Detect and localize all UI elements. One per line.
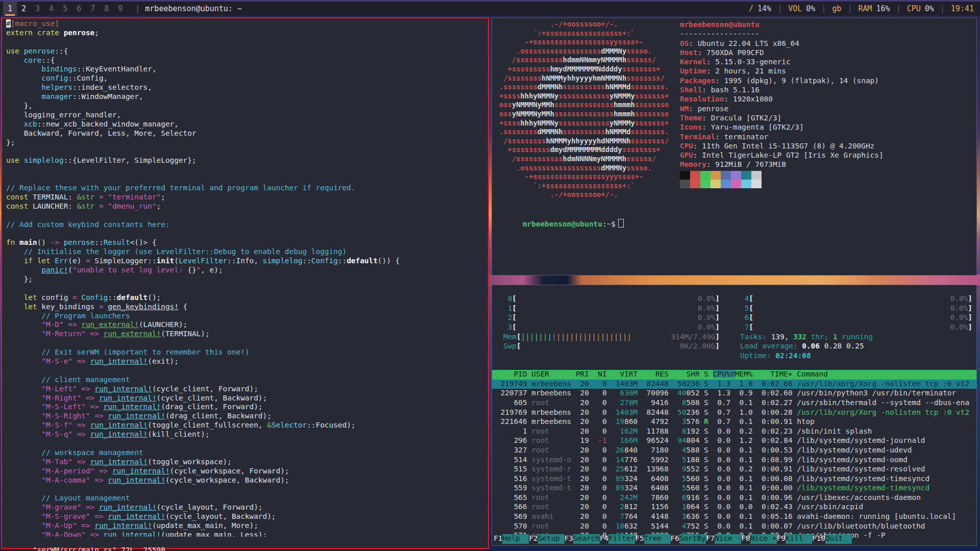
process-row[interactable]: 559 systemd-t 20 0 89324 6408 5560 S 0.0… bbox=[492, 484, 976, 493]
palette-swatch bbox=[731, 171, 741, 180]
fkey-nice-[interactable]: F7Nice - bbox=[706, 534, 741, 544]
process-row[interactable]: 515 systemd-r 20 0 25612 13968 9552 S 0.… bbox=[492, 465, 976, 474]
workspace-button-6[interactable]: 6 bbox=[72, 2, 86, 16]
process-row[interactable]: 220737 mrbeebens 20 0 636M 70096 40052 S… bbox=[492, 389, 976, 398]
code-line: // Layout management bbox=[6, 494, 488, 503]
bar-stat: | bbox=[940, 4, 945, 13]
htop-meter-line: 2[0.0%] 6[0.0%] bbox=[492, 313, 976, 322]
process-row[interactable]: 565 root 20 0 242M 7860 6916 S 0.0 0.1 0… bbox=[492, 493, 976, 503]
workspace-list: 123456789 bbox=[3, 2, 127, 16]
bar-stat: RAM bbox=[858, 4, 872, 13]
process-row[interactable]: 327 root 20 0 26840 7180 4588 S 0.0 0.1 … bbox=[492, 446, 976, 456]
code-line: "M-A-comma" => run_internal!(cycle_works… bbox=[6, 476, 488, 485]
fkey-search[interactable]: F3Search bbox=[565, 534, 600, 544]
code-line bbox=[6, 339, 488, 348]
shell-prompt[interactable]: mrbeebenson@ubuntu:~$ bbox=[496, 211, 624, 236]
bar-stat: VOL bbox=[788, 4, 802, 13]
bar-stat: gb bbox=[832, 4, 841, 13]
palette-swatch bbox=[751, 171, 762, 180]
code-line: extern crate penrose; bbox=[6, 29, 488, 38]
neofetch-info-row: Packages: 1995 (dpkg), 9 (flatpak), 14 (… bbox=[680, 76, 884, 85]
vim-statusline: "serWM/src/main.rs" 72L, 2559B 1,1 Top bbox=[6, 538, 484, 547]
code-line bbox=[6, 165, 488, 174]
code-line bbox=[6, 211, 488, 220]
focused-window-title: mrbeebenson@ubuntu: ~ bbox=[145, 4, 242, 13]
palette-swatch bbox=[710, 180, 721, 188]
code-line: #[macro_use] bbox=[6, 19, 488, 29]
code-line: // Replace these with your preferred ter… bbox=[6, 184, 488, 193]
bar-stat: 0% bbox=[806, 4, 815, 13]
code-line: // Initialise the logger (use LevelFilte… bbox=[6, 247, 488, 257]
bar-stat: | bbox=[847, 4, 852, 13]
code-line: config::Config, bbox=[6, 74, 488, 83]
code-line: }; bbox=[6, 275, 488, 284]
code-line bbox=[6, 366, 488, 375]
code-line: // workspace management bbox=[6, 448, 488, 458]
process-row[interactable]: 570 root 20 0 10632 5144 4752 S 0.0 0.1 … bbox=[492, 522, 976, 532]
process-row[interactable]: 605 root 20 0 278M 9416 8508 S 0.7 0.1 0… bbox=[492, 398, 976, 408]
status-bar: 123456789 | mrbeebenson@ubuntu: ~ /14%|V… bbox=[0, 2, 980, 16]
process-row[interactable]: 516 systemd-t 20 0 89324 6408 5560 S 0.0… bbox=[492, 474, 976, 484]
palette-swatch bbox=[741, 171, 751, 180]
palette-swatch bbox=[741, 180, 751, 188]
fkey-help[interactable]: F1Help bbox=[494, 534, 529, 544]
fkey-quit[interactable]: F10Quit bbox=[812, 534, 852, 544]
desktop: 123456789 | mrbeebenson@ubuntu: ~ /14%|V… bbox=[0, 0, 980, 551]
code-line: }; bbox=[6, 138, 488, 147]
bar-stat: | bbox=[896, 4, 901, 13]
neofetch-info-row: OS: Ubuntu 22.04 LTS x86_64 bbox=[680, 39, 884, 48]
code-area[interactable]: #[macro_use]extern crate penrose;use pen… bbox=[2, 18, 488, 537]
code-line: use simplelog::{LevelFilter, SimpleLogge… bbox=[6, 156, 488, 165]
palette-swatch bbox=[731, 180, 741, 188]
code-line: // client management bbox=[6, 375, 488, 385]
fkey-sortby[interactable]: F6SortBy bbox=[671, 534, 706, 544]
fkey-setup[interactable]: F2Setup bbox=[529, 534, 564, 544]
code-line: core::{ bbox=[6, 56, 488, 65]
code-line: let key_bindings = gen_keybindings! { bbox=[6, 303, 488, 312]
fkey-nice-[interactable]: F8Nice + bbox=[741, 534, 776, 544]
code-line: manager::WindowManager, bbox=[6, 92, 488, 102]
code-line: const TERMINAL: &str = "terminator"; bbox=[6, 193, 488, 202]
code-line: "M-Left" => run_internal!(cycle_client, … bbox=[6, 385, 488, 394]
vim-file-info: "serWM/src/main.rs" 72L, 2559B bbox=[33, 546, 165, 551]
neofetch-info-row: GPU: Intel TigerLake-LP GT2 [Iris Xe Gra… bbox=[680, 151, 884, 160]
code-line bbox=[6, 485, 488, 494]
process-row[interactable]: 514 systemd-o 20 0 14776 5992 5188 S 0.0… bbox=[492, 456, 976, 465]
code-line: "M-Right" => run_internal!(cycle_client,… bbox=[6, 394, 488, 403]
workspace-button-4[interactable]: 4 bbox=[44, 2, 58, 16]
process-row[interactable]: 219749 mrbeebens 20 0 1403M 82448 50236 … bbox=[492, 380, 976, 389]
workspace-button-3[interactable]: 3 bbox=[31, 2, 44, 16]
workspace-button-7[interactable]: 7 bbox=[86, 2, 100, 16]
code-line: "M-S-grave" => run_internal!(cycle_layou… bbox=[6, 512, 488, 521]
palette-swatch bbox=[700, 180, 710, 188]
code-line bbox=[6, 147, 488, 156]
bar-stat: 16% bbox=[876, 4, 890, 13]
htop-meter-line: Uptime: 02:24:08 bbox=[492, 351, 976, 361]
fkey-tree[interactable]: F5Tree bbox=[635, 534, 670, 544]
workspace-button-5[interactable]: 5 bbox=[58, 2, 72, 16]
workspace-button-2[interactable]: 2 bbox=[17, 2, 31, 16]
workspace-button-8[interactable]: 8 bbox=[100, 2, 113, 16]
process-row[interactable]: 569 avahi 20 0 7764 4148 3636 S 0.0 0.1 … bbox=[492, 512, 976, 522]
process-row[interactable]: 296 root 19 -1 166M 96524 94804 S 0.0 1.… bbox=[492, 436, 976, 446]
htop-meter-line: 0[0.0%] 4[0.0%] bbox=[492, 294, 976, 304]
neofetch-info-row: Resolution: 980x551 bbox=[680, 94, 884, 104]
palette-swatch bbox=[700, 171, 710, 180]
code-line: "M-Return" => run_external!(TERMINAL); bbox=[6, 330, 488, 339]
process-row[interactable]: 566 root 20 0 2812 1156 1064 S 0.0 0.0 0… bbox=[492, 503, 976, 512]
fkey-kill[interactable]: F9Kill bbox=[777, 534, 812, 544]
code-line: "M-S-q" => run_internal!(kill_client); bbox=[6, 430, 488, 439]
workspace-button-1[interactable]: 1 bbox=[3, 2, 17, 16]
process-row[interactable]: 219769 mrbeebens 20 0 1403M 82448 50236 … bbox=[492, 408, 976, 418]
palette-swatch bbox=[690, 171, 700, 180]
code-line: panic!("unable to set log level: {}", e)… bbox=[6, 266, 488, 275]
fkey-filter[interactable]: F4Filter bbox=[600, 534, 635, 544]
neofetch-info-row: Memory: 912MiB / 7673MiB bbox=[680, 160, 884, 169]
process-table-header[interactable]: PID USER PRI NI VIRT RES SHR S CPU%▽MEM%… bbox=[492, 370, 976, 380]
editor-window: #[macro_use]extern crate penrose;use pen… bbox=[1, 17, 489, 549]
neofetch-info-row: Host: 750XDA P09CFD bbox=[680, 48, 884, 57]
process-row[interactable]: 1 root 20 0 162M 11788 8192 S 0.0 0.2 0:… bbox=[492, 427, 976, 437]
process-row[interactable]: 221646 mrbeebens 20 0 19860 4792 3576 R … bbox=[492, 417, 976, 427]
code-line: "M-A-Down" => run_internal!(update_max_m… bbox=[6, 531, 488, 537]
workspace-button-9[interactable]: 9 bbox=[113, 2, 127, 16]
